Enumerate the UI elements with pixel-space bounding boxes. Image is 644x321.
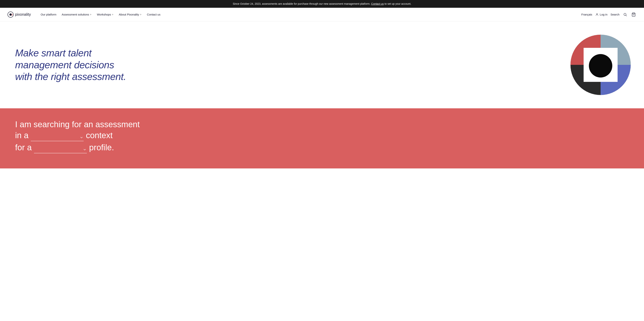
- header: pixonality Our platform Assessment solut…: [0, 8, 644, 21]
- context-dropdown-text: [31, 131, 77, 140]
- main-nav: Our platform Assessment solutions + Work…: [38, 11, 581, 18]
- search-label: Search: [610, 13, 620, 16]
- announcement-link[interactable]: Contact us: [371, 2, 384, 5]
- cart-button[interactable]: [631, 12, 636, 17]
- search-prefix-1: I am searching for an assessment: [15, 120, 140, 129]
- search-prefix-3: for a: [15, 143, 32, 152]
- header-right: Français Log in Search: [581, 12, 636, 17]
- assessment-solutions-plus-icon: +: [90, 13, 92, 16]
- language-button[interactable]: Français: [581, 13, 592, 16]
- announcement-text-before: Since October 24, 2023, assessments are …: [233, 2, 370, 5]
- search-line-2: in a ⌄ context: [15, 131, 629, 141]
- svg-point-9: [589, 54, 612, 78]
- cart-icon: [632, 13, 636, 17]
- hero-heading: Make smart talent management decisions w…: [15, 47, 128, 82]
- login-button[interactable]: Log in: [595, 13, 608, 16]
- workshops-plus-icon: +: [112, 13, 114, 16]
- hero-graphic: [568, 33, 633, 97]
- svg-point-4: [624, 13, 626, 16]
- search-line-3: for a ⌄ profile.: [15, 143, 629, 153]
- profile-chevron-icon: ⌄: [82, 145, 87, 152]
- hero-text-block: Make smart talent management decisions w…: [15, 47, 128, 82]
- hero-section: Make smart talent management decisions w…: [0, 21, 644, 108]
- context-dropdown[interactable]: ⌄: [31, 131, 84, 141]
- logo[interactable]: pixonality: [8, 12, 31, 18]
- profile-dropdown-text: [34, 143, 80, 152]
- announcement-text-after: to set up your account.: [384, 2, 411, 5]
- search-prefix-2: in a: [15, 131, 28, 140]
- nav-item-contact[interactable]: Contact us: [144, 11, 163, 18]
- nav-item-about[interactable]: About Pixonality +: [116, 11, 144, 18]
- search-section: I am searching for an assessment in a ⌄ …: [0, 108, 644, 169]
- search-line-1: I am searching for an assessment: [15, 120, 629, 129]
- nav-item-workshops[interactable]: Workshops +: [94, 11, 116, 18]
- logo-icon: [8, 12, 14, 18]
- search-icon: [623, 13, 627, 17]
- announcement-bar: Since October 24, 2023, assessments are …: [0, 0, 644, 8]
- search-suffix-2: context: [86, 131, 113, 140]
- context-chevron-icon: ⌄: [79, 133, 84, 139]
- profile-dropdown[interactable]: ⌄: [34, 143, 87, 153]
- user-icon: [595, 13, 599, 16]
- search-button[interactable]: [622, 12, 628, 17]
- search-suffix-3: profile.: [89, 143, 114, 152]
- svg-point-1: [10, 14, 12, 16]
- svg-point-3: [596, 14, 598, 15]
- nav-item-assessment-solutions[interactable]: Assessment solutions +: [60, 11, 94, 18]
- hero-illustration: [568, 33, 633, 97]
- svg-line-5: [626, 15, 627, 16]
- logo-text: pixonality: [15, 12, 31, 17]
- about-plus-icon: +: [140, 13, 142, 16]
- nav-item-platform[interactable]: Our platform: [38, 11, 58, 18]
